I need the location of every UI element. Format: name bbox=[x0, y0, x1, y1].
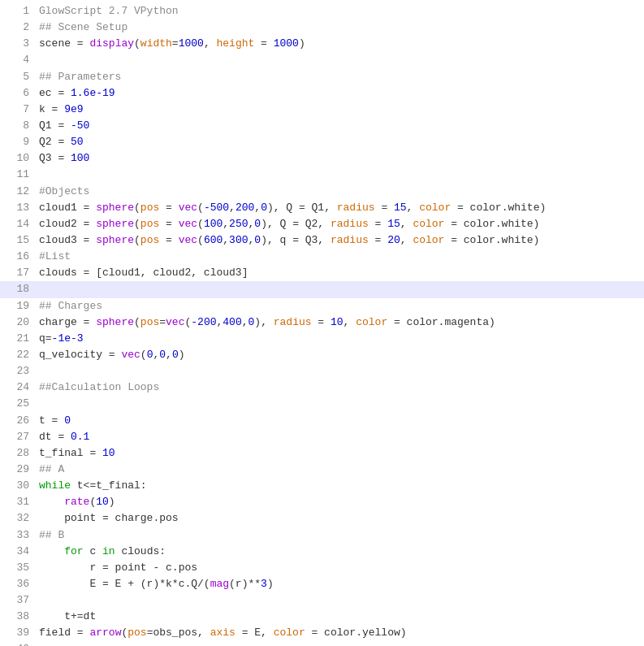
line-num-22: 22 bbox=[6, 347, 29, 363]
line-3: 3 scene = display(width=1000, height = 1… bbox=[0, 36, 644, 52]
line-19: 19 ## Charges bbox=[0, 298, 644, 314]
line-15: 15 cloud3 = sphere(pos = vec(600,300,0),… bbox=[0, 232, 644, 249]
line-content-19: ## Charges bbox=[39, 298, 638, 314]
line-num-15: 15 bbox=[6, 232, 29, 249]
line-num-23: 23 bbox=[6, 363, 29, 379]
line-num-24: 24 bbox=[6, 379, 29, 396]
line-num-18: 18 bbox=[6, 281, 29, 297]
line-4: 4 bbox=[0, 52, 644, 68]
line-num-37: 37 bbox=[6, 592, 29, 609]
line-content-32: point = charge.pos bbox=[39, 510, 638, 527]
line-num-14: 14 bbox=[6, 216, 29, 232]
line-num-27: 27 bbox=[6, 429, 29, 445]
line-39: 39 field = arrow(pos=obs_pos, axis = E, … bbox=[0, 625, 644, 641]
line-20: 20 charge = sphere(pos=vec(-200,400,0), … bbox=[0, 314, 644, 331]
line-num-39: 39 bbox=[6, 625, 29, 641]
line-content-15: cloud3 = sphere(pos = vec(600,300,0), q … bbox=[39, 232, 638, 249]
line-content-5: ## Parameters bbox=[39, 69, 638, 85]
line-14: 14 cloud2 = sphere(pos = vec(100,250,0),… bbox=[0, 216, 644, 232]
line-content-36: E = E + (r)*k*c.Q/(mag(r)**3) bbox=[39, 576, 638, 592]
line-content-38: t+=dt bbox=[39, 609, 638, 625]
line-num-16: 16 bbox=[6, 249, 29, 265]
line-content-12: #Objects bbox=[39, 184, 638, 200]
line-36: 36 E = E + (r)*k*c.Q/(mag(r)**3) bbox=[0, 576, 644, 592]
line-num-8: 8 bbox=[6, 118, 29, 134]
line-content-7: k = 9e9 bbox=[39, 102, 638, 118]
line-num-38: 38 bbox=[6, 609, 29, 625]
line-content-26: t = 0 bbox=[39, 413, 638, 429]
line-content-8: Q1 = -50 bbox=[39, 118, 638, 134]
line-17: 17 clouds = [cloud1, cloud2, cloud3] bbox=[0, 265, 644, 281]
line-num-13: 13 bbox=[6, 200, 29, 216]
line-content-34: for c in clouds: bbox=[39, 544, 638, 560]
line-content-17: clouds = [cloud1, cloud2, cloud3] bbox=[39, 265, 638, 281]
line-content-16: #List bbox=[39, 249, 638, 265]
line-num-11: 11 bbox=[6, 167, 29, 183]
line-29: 29 ## A bbox=[0, 462, 644, 478]
line-38: 38 t+=dt bbox=[0, 609, 644, 625]
line-30: 30 while t<=t_final: bbox=[0, 478, 644, 494]
line-num-36: 36 bbox=[6, 576, 29, 592]
line-content-3: scene = display(width=1000, height = 100… bbox=[39, 36, 638, 52]
line-22: 22 q_velocity = vec(0,0,0) bbox=[0, 347, 644, 363]
line-24: 24 ##Calculation Loops bbox=[0, 379, 644, 396]
line-num-40: 40 bbox=[6, 641, 29, 646]
line-num-3: 3 bbox=[6, 36, 29, 52]
line-num-29: 29 bbox=[6, 462, 29, 478]
line-content-22: q_velocity = vec(0,0,0) bbox=[39, 347, 638, 363]
line-23: 23 bbox=[0, 363, 644, 379]
line-content-9: Q2 = 50 bbox=[39, 134, 638, 150]
line-num-31: 31 bbox=[6, 494, 29, 510]
line-num-5: 5 bbox=[6, 69, 29, 85]
line-7: 7 k = 9e9 bbox=[0, 102, 644, 118]
line-content-31: rate(10) bbox=[39, 494, 638, 510]
line-num-34: 34 bbox=[6, 544, 29, 560]
line-8: 8 Q1 = -50 bbox=[0, 118, 644, 134]
line-6: 6 ec = 1.6e-19 bbox=[0, 85, 644, 102]
line-12: 12 #Objects bbox=[0, 184, 644, 200]
line-9: 9 Q2 = 50 bbox=[0, 134, 644, 150]
line-num-7: 7 bbox=[6, 102, 29, 118]
line-28: 28 t_final = 10 bbox=[0, 445, 644, 462]
line-31: 31 rate(10) bbox=[0, 494, 644, 510]
code-editor[interactable]: 1 GlowScript 2.7 VPython 2 ## Scene Setu… bbox=[0, 0, 644, 646]
line-num-30: 30 bbox=[6, 478, 29, 494]
line-11: 11 bbox=[0, 167, 644, 183]
line-content-14: cloud2 = sphere(pos = vec(100,250,0), Q … bbox=[39, 216, 638, 232]
line-content-35: r = point - c.pos bbox=[39, 560, 638, 576]
line-21: 21 q=-1e-3 bbox=[0, 331, 644, 347]
line-34: 34 for c in clouds: bbox=[0, 544, 644, 560]
line-num-28: 28 bbox=[6, 445, 29, 462]
line-num-32: 32 bbox=[6, 510, 29, 527]
line-10: 10 Q3 = 100 bbox=[0, 150, 644, 167]
line-32: 32 point = charge.pos bbox=[0, 510, 644, 527]
line-2: 2 ## Scene Setup bbox=[0, 20, 644, 36]
line-num-1: 1 bbox=[6, 3, 29, 20]
line-num-21: 21 bbox=[6, 331, 29, 347]
line-content-30: while t<=t_final: bbox=[39, 478, 638, 494]
line-content-27: dt = 0.1 bbox=[39, 429, 638, 445]
line-content-10: Q3 = 100 bbox=[39, 150, 638, 167]
line-13: 13 cloud1 = sphere(pos = vec(-500,200,0)… bbox=[0, 200, 644, 216]
line-num-6: 6 bbox=[6, 85, 29, 102]
line-25: 25 bbox=[0, 396, 644, 412]
line-num-12: 12 bbox=[6, 184, 29, 200]
line-num-20: 20 bbox=[6, 314, 29, 331]
line-35: 35 r = point - c.pos bbox=[0, 560, 644, 576]
line-content-28: t_final = 10 bbox=[39, 445, 638, 462]
line-num-26: 26 bbox=[6, 413, 29, 429]
line-num-35: 35 bbox=[6, 560, 29, 576]
line-content-24: ##Calculation Loops bbox=[39, 379, 638, 396]
line-num-10: 10 bbox=[6, 150, 29, 167]
line-num-9: 9 bbox=[6, 134, 29, 150]
line-content-33: ## B bbox=[39, 527, 638, 544]
line-content-6: ec = 1.6e-19 bbox=[39, 85, 638, 102]
line-content-29: ## A bbox=[39, 462, 638, 478]
line-26: 26 t = 0 bbox=[0, 413, 644, 429]
line-18: 18 bbox=[0, 281, 644, 297]
line-content-20: charge = sphere(pos=vec(-200,400,0), rad… bbox=[39, 314, 638, 331]
line-content-1: GlowScript 2.7 VPython bbox=[39, 3, 638, 20]
line-16: 16 #List bbox=[0, 249, 644, 265]
line-content-13: cloud1 = sphere(pos = vec(-500,200,0), Q… bbox=[39, 200, 638, 216]
line-40: 40 bbox=[0, 641, 644, 646]
